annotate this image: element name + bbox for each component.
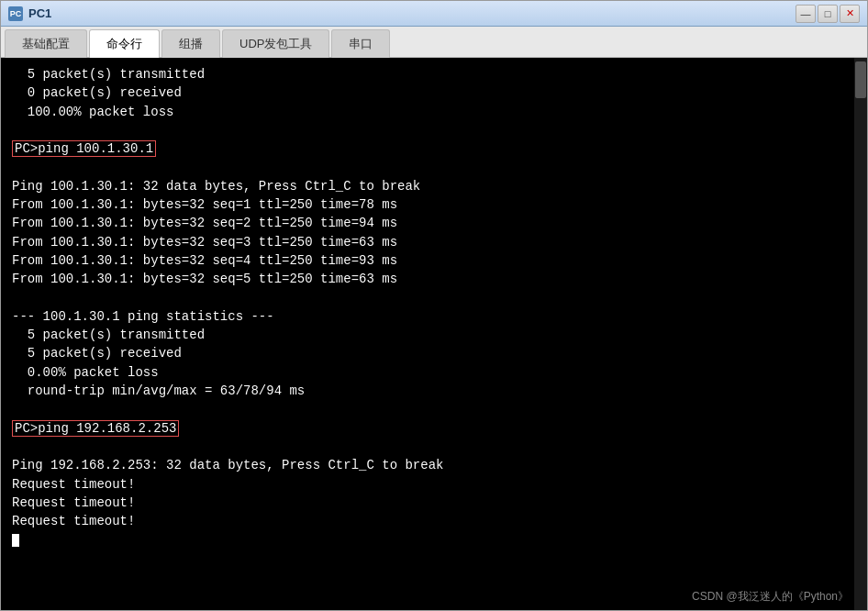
scrollbar-thumb[interactable] xyxy=(855,61,866,98)
window-title: PC1 xyxy=(28,6,796,20)
window-controls: — □ ✕ xyxy=(796,5,860,23)
tab-group[interactable]: 组播 xyxy=(161,29,220,58)
window-icon: PC xyxy=(8,6,23,21)
title-bar: PC PC1 — □ ✕ xyxy=(1,1,867,27)
main-window: PC PC1 — □ ✕ 基础配置 命令行 组播 UDP发包工具 串口 5 pa… xyxy=(0,0,868,611)
terminal-output: 5 packet(s) transmitted 0 packet(s) rece… xyxy=(12,65,856,550)
minimize-button[interactable]: — xyxy=(796,5,816,23)
tab-serial[interactable]: 串口 xyxy=(331,29,390,58)
content-area: 5 packet(s) transmitted 0 packet(s) rece… xyxy=(1,58,867,610)
watermark: CSDN @我泛迷人的《Python》 xyxy=(692,589,849,605)
command-highlight-2: PC>ping 192.168.2.253 xyxy=(12,420,179,437)
tab-bar: 基础配置 命令行 组播 UDP发包工具 串口 xyxy=(1,27,867,58)
command-highlight-1: PC>ping 100.1.30.1 xyxy=(12,140,156,157)
tab-udp[interactable]: UDP发包工具 xyxy=(222,29,329,58)
tab-basic[interactable]: 基础配置 xyxy=(5,29,87,58)
restore-button[interactable]: □ xyxy=(818,5,838,23)
close-button[interactable]: ✕ xyxy=(840,5,860,23)
tab-cmd[interactable]: 命令行 xyxy=(89,29,160,58)
terminal-cursor xyxy=(12,534,19,547)
terminal[interactable]: 5 packet(s) transmitted 0 packet(s) rece… xyxy=(1,58,867,610)
scrollbar[interactable] xyxy=(854,58,867,610)
